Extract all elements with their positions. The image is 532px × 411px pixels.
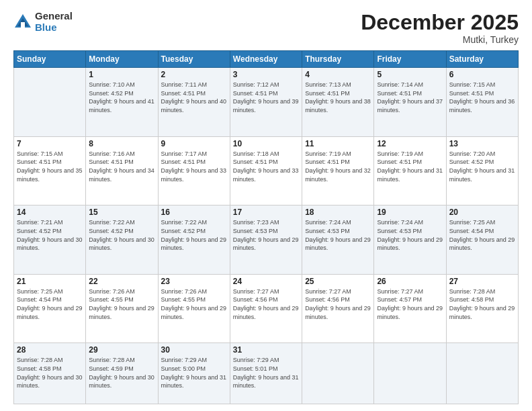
page: General Blue December 2025 Mutki, Turkey… — [0, 0, 532, 411]
day-info: Sunrise: 7:25 AMSunset: 4:54 PMDaylight:… — [17, 288, 83, 320]
table-row: 5 Sunrise: 7:14 AMSunset: 4:51 PMDayligh… — [374, 68, 446, 137]
calendar-row: 7 Sunrise: 7:15 AMSunset: 4:51 PMDayligh… — [14, 136, 519, 205]
calendar-row: 21 Sunrise: 7:25 AMSunset: 4:54 PMDaylig… — [14, 274, 519, 343]
table-row: 26 Sunrise: 7:27 AMSunset: 4:57 PMDaylig… — [374, 274, 446, 343]
table-row: 28 Sunrise: 7:28 AMSunset: 4:58 PMDaylig… — [14, 343, 86, 404]
table-row: 18 Sunrise: 7:24 AMSunset: 4:53 PMDaylig… — [302, 205, 374, 275]
day-info: Sunrise: 7:29 AMSunset: 5:00 PMDaylight:… — [161, 357, 227, 389]
day-info: Sunrise: 7:20 AMSunset: 4:52 PMDaylight:… — [449, 150, 515, 183]
day-info: Sunrise: 7:26 AMSunset: 4:55 PMDaylight:… — [161, 288, 227, 320]
day-number: 12 — [377, 139, 443, 148]
day-number: 7 — [17, 139, 83, 148]
day-number: 20 — [449, 208, 515, 217]
table-row — [446, 343, 518, 404]
day-number: 11 — [305, 139, 371, 148]
table-row: 3 Sunrise: 7:12 AMSunset: 4:51 PMDayligh… — [230, 68, 302, 137]
table-row: 21 Sunrise: 7:25 AMSunset: 4:54 PMDaylig… — [14, 274, 86, 343]
day-info: Sunrise: 7:18 AMSunset: 4:51 PMDaylight:… — [233, 150, 299, 183]
table-row: 19 Sunrise: 7:24 AMSunset: 4:53 PMDaylig… — [374, 205, 446, 275]
month-title: December 2025 — [361, 11, 519, 34]
location: Mutki, Turkey — [361, 34, 519, 45]
day-info: Sunrise: 7:13 AMSunset: 4:51 PMDaylight:… — [305, 81, 371, 113]
day-info: Sunrise: 7:22 AMSunset: 4:52 PMDaylight:… — [161, 219, 227, 251]
day-info: Sunrise: 7:28 AMSunset: 4:58 PMDaylight:… — [17, 357, 83, 389]
day-info: Sunrise: 7:12 AMSunset: 4:51 PMDaylight:… — [233, 81, 299, 113]
table-row: 20 Sunrise: 7:25 AMSunset: 4:54 PMDaylig… — [446, 205, 518, 275]
header: General Blue December 2025 Mutki, Turkey — [13, 11, 519, 45]
logo-blue-text: Blue — [35, 22, 73, 34]
table-row: 31 Sunrise: 7:29 AMSunset: 5:01 PMDaylig… — [230, 343, 302, 404]
day-number: 3 — [233, 70, 299, 79]
day-number: 19 — [377, 208, 443, 217]
logo-text: General Blue — [35, 11, 73, 33]
day-number: 16 — [161, 208, 227, 217]
table-row: 9 Sunrise: 7:17 AMSunset: 4:51 PMDayligh… — [158, 136, 230, 205]
day-info: Sunrise: 7:19 AMSunset: 4:51 PMDaylight:… — [305, 150, 371, 183]
day-info: Sunrise: 7:15 AMSunset: 4:51 PMDaylight:… — [449, 81, 515, 113]
col-sunday: Sunday — [14, 51, 86, 68]
svg-rect-2 — [21, 22, 25, 28]
day-info: Sunrise: 7:27 AMSunset: 4:56 PMDaylight:… — [305, 288, 371, 320]
table-row: 23 Sunrise: 7:26 AMSunset: 4:55 PMDaylig… — [158, 274, 230, 343]
col-monday: Monday — [86, 51, 158, 68]
day-number: 22 — [89, 277, 154, 286]
day-info: Sunrise: 7:23 AMSunset: 4:53 PMDaylight:… — [233, 219, 299, 251]
table-row: 11 Sunrise: 7:19 AMSunset: 4:51 PMDaylig… — [302, 136, 374, 205]
table-row — [14, 68, 86, 137]
table-row: 14 Sunrise: 7:21 AMSunset: 4:52 PMDaylig… — [14, 205, 86, 275]
day-info: Sunrise: 7:14 AMSunset: 4:51 PMDaylight:… — [377, 81, 443, 113]
table-row — [302, 343, 374, 404]
day-info: Sunrise: 7:27 AMSunset: 4:56 PMDaylight:… — [233, 288, 299, 320]
table-row: 4 Sunrise: 7:13 AMSunset: 4:51 PMDayligh… — [302, 68, 374, 137]
calendar-row: 14 Sunrise: 7:21 AMSunset: 4:52 PMDaylig… — [14, 205, 519, 275]
table-row: 13 Sunrise: 7:20 AMSunset: 4:52 PMDaylig… — [446, 136, 518, 205]
calendar-table: Sunday Monday Tuesday Wednesday Thursday… — [13, 50, 519, 404]
day-info: Sunrise: 7:28 AMSunset: 4:59 PMDaylight:… — [89, 357, 154, 389]
day-number: 8 — [89, 139, 154, 148]
day-info: Sunrise: 7:25 AMSunset: 4:54 PMDaylight:… — [449, 219, 515, 251]
day-number: 18 — [305, 208, 371, 217]
day-number: 5 — [377, 70, 443, 79]
day-number: 4 — [305, 70, 371, 79]
day-info: Sunrise: 7:16 AMSunset: 4:51 PMDaylight:… — [89, 150, 154, 183]
day-number: 31 — [233, 345, 299, 355]
col-tuesday: Tuesday — [158, 51, 230, 68]
col-friday: Friday — [374, 51, 446, 68]
col-wednesday: Wednesday — [230, 51, 302, 68]
day-info: Sunrise: 7:19 AMSunset: 4:51 PMDaylight:… — [377, 150, 443, 183]
day-number: 23 — [161, 277, 227, 286]
table-row — [374, 343, 446, 404]
table-row: 27 Sunrise: 7:28 AMSunset: 4:58 PMDaylig… — [446, 274, 518, 343]
col-saturday: Saturday — [446, 51, 518, 68]
day-number: 15 — [89, 208, 154, 217]
day-info: Sunrise: 7:24 AMSunset: 4:53 PMDaylight:… — [305, 219, 371, 251]
day-number: 26 — [377, 277, 443, 286]
day-info: Sunrise: 7:10 AMSunset: 4:52 PMDaylight:… — [89, 81, 154, 113]
day-number: 24 — [233, 277, 299, 286]
table-row: 25 Sunrise: 7:27 AMSunset: 4:56 PMDaylig… — [302, 274, 374, 343]
day-info: Sunrise: 7:26 AMSunset: 4:55 PMDaylight:… — [89, 288, 154, 320]
day-number: 29 — [89, 345, 154, 355]
day-number: 14 — [17, 208, 83, 217]
day-number: 2 — [161, 70, 227, 79]
table-row: 10 Sunrise: 7:18 AMSunset: 4:51 PMDaylig… — [230, 136, 302, 205]
table-row: 17 Sunrise: 7:23 AMSunset: 4:53 PMDaylig… — [230, 205, 302, 275]
day-number: 27 — [449, 277, 515, 286]
table-row: 1 Sunrise: 7:10 AMSunset: 4:52 PMDayligh… — [86, 68, 158, 137]
day-number: 6 — [449, 70, 515, 79]
day-number: 28 — [17, 345, 83, 355]
day-info: Sunrise: 7:27 AMSunset: 4:57 PMDaylight:… — [377, 288, 443, 320]
day-info: Sunrise: 7:17 AMSunset: 4:51 PMDaylight:… — [161, 150, 227, 183]
day-info: Sunrise: 7:29 AMSunset: 5:01 PMDaylight:… — [233, 357, 299, 389]
table-row: 8 Sunrise: 7:16 AMSunset: 4:51 PMDayligh… — [86, 136, 158, 205]
table-row: 22 Sunrise: 7:26 AMSunset: 4:55 PMDaylig… — [86, 274, 158, 343]
day-number: 1 — [89, 70, 154, 79]
table-row: 16 Sunrise: 7:22 AMSunset: 4:52 PMDaylig… — [158, 205, 230, 275]
table-row: 30 Sunrise: 7:29 AMSunset: 5:00 PMDaylig… — [158, 343, 230, 404]
day-info: Sunrise: 7:15 AMSunset: 4:51 PMDaylight:… — [17, 150, 83, 183]
table-row: 6 Sunrise: 7:15 AMSunset: 4:51 PMDayligh… — [446, 68, 518, 137]
day-number: 17 — [233, 208, 299, 217]
day-number: 9 — [161, 139, 227, 148]
logo-general-text: General — [35, 11, 73, 22]
table-row: 2 Sunrise: 7:11 AMSunset: 4:51 PMDayligh… — [158, 68, 230, 137]
